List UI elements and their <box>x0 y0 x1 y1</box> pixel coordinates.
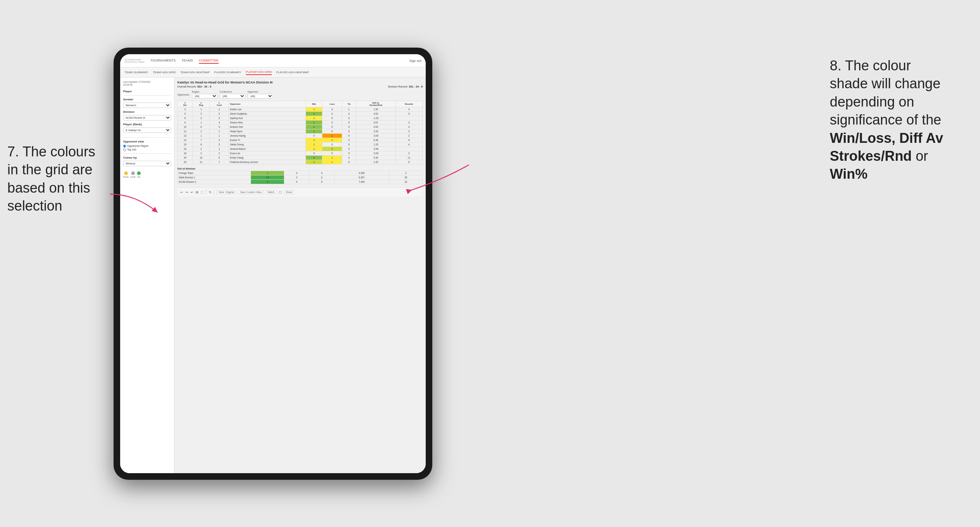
share-button[interactable]: Share <box>284 190 294 194</box>
filter-row: Opponents: Region (All) Conference (All) <box>177 90 423 98</box>
conference-label: Conference <box>220 90 245 93</box>
table-row: 13 1 1 Jessica Huang 0 1 0 -3.00 2 <box>178 134 423 138</box>
region-select[interactable]: (All) <box>192 94 218 98</box>
col-rounds: Rounds <box>395 101 422 107</box>
player-section-title: Player <box>123 90 171 93</box>
sub-nav-team-h2h-heatmap[interactable]: TEAM H2H HEATMAP <box>180 70 210 75</box>
legend-down: Down <box>123 171 129 178</box>
table-row: 6 3 3 Sydney Kuo 1 0 0 -1.00 <box>178 116 423 121</box>
col-diff: Diff AvStrokes/Rnd <box>356 101 395 107</box>
view-original-button[interactable]: View: Original <box>216 190 236 194</box>
toolbar-sep-1 <box>206 190 207 195</box>
table-row: 10 6 3 Andrea York 2 0 0 4.00 4 <box>178 125 423 129</box>
last-updated: Last Updated: 27/03/2024 16:55:38 <box>123 81 171 87</box>
sub-nav-player-summary[interactable]: PLAYER SUMMARY <box>214 70 242 75</box>
radio-group: Opponents Played Top 100 <box>123 144 171 151</box>
table-row: 16 2 1 Jessica Mason 1 2 0 -0.94 <box>178 147 423 151</box>
redo-icon[interactable]: ↪ <box>185 190 188 194</box>
table-row: Foreign Team 1 0 0 4.500 2 <box>178 171 423 175</box>
nav-teams[interactable]: TEAMS <box>181 58 193 64</box>
col-tie: Tie <box>342 101 356 107</box>
gender-select[interactable]: Women's <box>123 103 171 108</box>
opponent-label: Opponent <box>248 90 273 93</box>
share-icon[interactable]: ⬡ <box>279 190 282 194</box>
col-opponent: Opponent <box>229 101 305 107</box>
table-row: 14 7 4 Eunice Yi 2 2 0 0.38 9 <box>178 138 423 143</box>
table-row: 15 8 5 Stella Cheng 1 0 0 1.25 4 <box>178 143 423 147</box>
logo-sub: Powered by clippd <box>124 61 144 63</box>
watch-button[interactable]: Watch <box>266 190 277 194</box>
table-row: 9 1 4 Sharon Mun 1 0 0 3.67 3 <box>178 121 423 125</box>
tablet-frame: SCOREBOARD Powered by clippd TOURNAMENTS… <box>114 48 432 480</box>
grid-record: Overall Record: 353 - 34 - 6 Division Re… <box>177 85 423 88</box>
tablet-screen: SCOREBOARD Powered by clippd TOURNAMENTS… <box>120 54 426 473</box>
annotation-left: 7. The colours in the grid are based on … <box>7 143 103 215</box>
out-of-division-table: Foreign Team 1 0 0 4.500 2 NAIA Division… <box>177 171 423 184</box>
annotation-right: 8. The colour shade will change dependin… <box>830 57 969 184</box>
conference-filter: Conference (All) <box>220 90 245 98</box>
legend-level-dot <box>131 171 135 175</box>
col-loss: Loss <box>322 101 342 107</box>
legend-up-dot <box>137 171 141 175</box>
player-rank-select[interactable]: 8. Katelyn Vo <box>123 127 171 133</box>
opponent-filter: Opponent (All) <box>248 90 273 98</box>
col-div: #Div <box>178 101 193 107</box>
sub-nav-player-h2h-grid[interactable]: PLAYER H2H GRID <box>246 70 272 75</box>
sub-nav-team-h2h-grid[interactable]: TEAM H2H GRID <box>153 70 176 75</box>
conference-select[interactable]: (All) <box>220 94 245 98</box>
region-filter: Region (All) <box>192 90 218 98</box>
copy-icon[interactable]: ⊞ <box>196 190 199 194</box>
undo-icon[interactable]: ↩ <box>180 190 183 194</box>
legend: Down Level Up <box>123 171 171 178</box>
h2h-grid-table: #Div #Reg #Conf Opponent Win Loss Tie Di… <box>177 101 423 164</box>
out-of-division-label: Out of division <box>177 167 423 170</box>
legend-down-dot <box>124 171 128 175</box>
radio-opponents-played[interactable]: Opponents Played <box>123 144 171 148</box>
refresh-icon[interactable]: ↻ <box>209 190 212 194</box>
grid-title: Katelyn Vo Head-to-Head Grid for Women's… <box>177 81 423 84</box>
legend-level: Level <box>130 171 135 178</box>
opponents-label: Opponents: <box>177 94 190 96</box>
table-row: NAIA Division 1 15 0 0 9.267 30 <box>178 175 423 180</box>
col-reg: #Reg <box>193 101 210 107</box>
table-row: 18 2 2 Euna Lee 0 0 0 -5.00 2 <box>178 151 423 156</box>
nav-bar: SCOREBOARD Powered by clippd TOURNAMENTS… <box>120 54 426 67</box>
legend-up: Up <box>137 171 141 178</box>
region-label: Region <box>192 90 218 93</box>
nav-committee[interactable]: COMMITTEE <box>199 58 219 64</box>
toolbar-sep-2 <box>214 190 214 195</box>
table-row: 20 11 7 Federica Domecq Lacroze 2 1 0 1.… <box>178 160 423 164</box>
logo: SCOREBOARD Powered by clippd <box>124 59 144 63</box>
nav-tournaments[interactable]: TOURNAMENTS <box>150 58 175 64</box>
main-content: Last Updated: 27/03/2024 16:55:38 Player… <box>120 78 426 473</box>
colour-by-title: Colour by <box>123 156 171 159</box>
sub-nav: TEAM SUMMARY TEAM H2H GRID TEAM H2H HEAT… <box>120 67 426 78</box>
opponent-select[interactable]: (All) <box>248 94 273 98</box>
history-icon[interactable]: ↩ <box>191 190 193 194</box>
col-win: Win <box>306 101 322 107</box>
table-row: 11 1 1 Heejo Hyun 1 0 0 3.33 3 <box>178 129 423 134</box>
gender-label: Gender <box>123 98 171 101</box>
table-row: NCAA Division 2 5 0 0 7.400 10 <box>178 180 423 184</box>
paste-icon[interactable]: ⬚ <box>201 190 204 194</box>
left-panel: Last Updated: 27/03/2024 16:55:38 Player… <box>120 78 174 473</box>
right-content: Katelyn Vo Head-to-Head Grid for Women's… <box>174 78 426 473</box>
division-select[interactable]: NCAA Division III <box>123 115 171 121</box>
col-conf: #Conf <box>210 101 229 107</box>
bottom-toolbar: ↩ ↪ ↩ ⊞ ⬚ ↻ View: Original Save Custom V… <box>177 187 423 197</box>
player-rank-label: Player (Rank) <box>123 123 171 126</box>
sub-nav-team-summary[interactable]: TEAM SUMMARY <box>124 70 148 75</box>
table-row: 20 10 6 Emily Chang 4 1 0 0.30 11 <box>178 156 423 160</box>
save-custom-view-button[interactable]: Save Custom View <box>238 190 263 194</box>
division-label: Division <box>123 110 171 114</box>
radio-top100[interactable]: Top 100 <box>123 148 171 151</box>
sign-out[interactable]: Sign out <box>409 59 421 63</box>
sub-nav-player-h2h-heatmap[interactable]: PLAYER H2H HEATMAP <box>276 70 309 75</box>
table-row: 5 2 2 Alexis Sudjianto 1 0 0 4.00 3 <box>178 112 423 116</box>
nav-items: TOURNAMENTS TEAMS COMMITTEE <box>150 58 409 64</box>
opponent-view-title: Opponent view <box>123 140 171 143</box>
colour-by-select[interactable]: Win/loss <box>123 161 171 166</box>
table-row: 3 1 1 Esther Lee 1 0 1 1.50 4 <box>178 107 423 112</box>
